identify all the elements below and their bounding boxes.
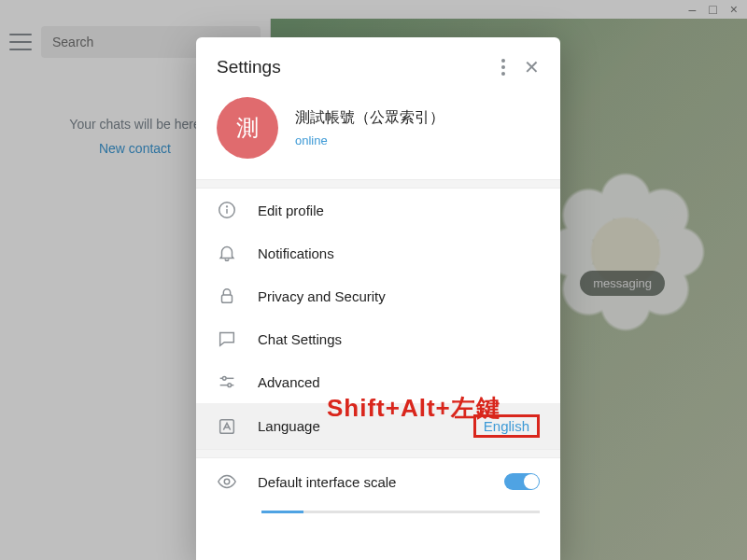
kebab-menu-icon[interactable] [501, 59, 505, 76]
avatar: 測 [217, 97, 278, 159]
settings-title: Settings [217, 57, 281, 77]
chat-icon [217, 329, 237, 349]
menu-item-notifications[interactable]: Notifications [196, 231, 560, 274]
menu-item-chat-settings[interactable]: Chat Settings [196, 317, 560, 360]
bell-icon [217, 243, 237, 263]
scale-slider[interactable] [261, 511, 540, 513]
scale-label: Default interface scale [258, 474, 396, 490]
info-icon [217, 200, 237, 220]
settings-menu: Edit profile Notifications Privacy and S… [196, 189, 560, 449]
menu-item-label: Chat Settings [258, 331, 342, 347]
profile-section[interactable]: 測 測試帳號（公眾索引） online [196, 91, 560, 179]
svg-point-2 [227, 206, 228, 207]
svg-rect-3 [222, 295, 233, 302]
svg-point-7 [228, 384, 232, 387]
menu-item-label: Privacy and Security [258, 288, 386, 304]
display-name: 測試帳號（公眾索引） [295, 108, 444, 128]
menu-item-advanced[interactable]: Advanced [196, 360, 560, 403]
menu-item-label: Edit profile [258, 203, 324, 218]
sliders-icon [217, 371, 237, 392]
svg-point-5 [222, 377, 226, 381]
menu-item-label: Advanced [258, 374, 320, 390]
close-icon[interactable]: ✕ [524, 56, 540, 78]
language-icon [217, 416, 237, 437]
eye-icon [217, 471, 237, 492]
section-separator [196, 179, 560, 189]
menu-item-label: Language [258, 418, 320, 434]
menu-item-language[interactable]: Language English [196, 403, 560, 449]
menu-item-privacy[interactable]: Privacy and Security [196, 274, 560, 317]
scale-toggle[interactable] [504, 473, 540, 490]
svg-point-9 [224, 479, 230, 484]
menu-item-edit-profile[interactable]: Edit profile [196, 189, 560, 231]
online-status: online [295, 133, 444, 147]
section-separator [196, 449, 560, 458]
menu-item-label: Notifications [258, 245, 334, 261]
lock-icon [217, 286, 237, 306]
settings-modal: Settings ✕ 測 測試帳號（公眾索引） online Edit prof… [196, 37, 560, 560]
interface-scale-row: Default interface scale [196, 458, 560, 497]
language-value: English [473, 414, 540, 438]
